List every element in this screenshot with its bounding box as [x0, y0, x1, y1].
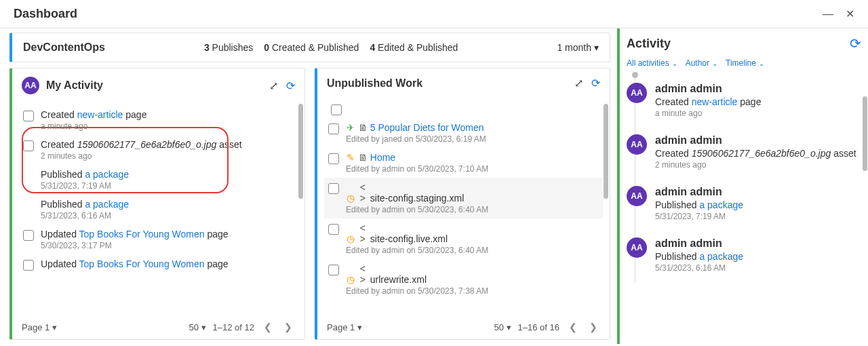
sidebar-title: Activity	[627, 37, 671, 51]
pagination: Page 1 ▾ 50 ▾ 1–12 of 12 ❮ ❯	[12, 315, 304, 339]
page-select[interactable]: Page 1 ▾	[22, 322, 57, 332]
list-item: ✈ 🗎 5 Popular Diets for WomenEdited by j…	[324, 118, 603, 148]
send-icon: ✈	[346, 122, 355, 133]
checkbox[interactable]	[328, 224, 339, 235]
item-link[interactable]: a package	[85, 169, 129, 180]
list-item: Published a package5/31/2023, 7:19 AM	[19, 165, 298, 195]
expand-icon[interactable]: ⤢	[269, 79, 278, 92]
minimize-icon[interactable]: —	[823, 9, 833, 20]
scrollbar[interactable]	[298, 104, 303, 260]
chevron-down-icon: ▾	[594, 42, 599, 53]
checkbox[interactable]	[23, 111, 34, 121]
item-link[interactable]: new-article	[692, 96, 738, 107]
activity-sidebar: Activity ⟳ All activities ⌄Author ⌄Timel…	[617, 28, 868, 344]
activity-item: AAadmin adminCreated new-article pagea m…	[642, 76, 861, 128]
filter-timeline[interactable]: Timeline ⌄	[726, 58, 764, 68]
avatar: AA	[627, 186, 647, 206]
item-link[interactable]: Top Books For Young Women	[79, 258, 205, 269]
checkbox[interactable]	[328, 123, 339, 134]
site-stats: 3 Publishes0 Created & Published4 Edited…	[204, 42, 458, 53]
date-range-picker[interactable]: 1 month ▾	[557, 42, 599, 53]
chevron-down-icon: ⌄	[759, 60, 764, 67]
user-name: admin admin	[655, 134, 856, 147]
checkbox[interactable]	[328, 153, 339, 164]
window-controls: — ✕	[823, 9, 854, 20]
user-name: admin admin	[655, 237, 743, 250]
list-item: Created 15906062177_6e6a2bf6e0_o.jpg ass…	[19, 135, 298, 165]
user-name: admin admin	[655, 186, 743, 198]
item-link[interactable]: a package	[85, 199, 129, 210]
item-link[interactable]: 5 Popular Diets for Women	[370, 122, 484, 133]
avatar: AA	[627, 83, 647, 103]
checkbox[interactable]	[23, 260, 34, 271]
stat: 0 Created & Published	[264, 42, 359, 53]
activity-item: AAadmin adminPublished a package5/31/202…	[642, 231, 861, 282]
checkbox[interactable]	[328, 265, 339, 275]
page-title: Dashboard	[14, 7, 77, 21]
activity-item: AAadmin adminPublished a package5/31/202…	[642, 179, 861, 231]
timestamp: 5/31/2023, 6:16 AM	[655, 263, 743, 273]
filter-author[interactable]: Author ⌄	[686, 58, 717, 68]
item-link[interactable]: a package	[699, 199, 743, 210]
unpublished-panel: Unpublished Work ⤢ ⟳ ✈ 🗎 5 Popular Diets…	[315, 68, 610, 340]
prev-page-icon[interactable]: ❮	[261, 320, 275, 334]
scrollbar[interactable]	[604, 104, 608, 260]
timeline-start-dot	[632, 72, 638, 78]
stat: 3 Publishes	[204, 42, 253, 53]
per-page-select[interactable]: 50 ▾	[494, 322, 511, 332]
avatar: AA	[627, 237, 647, 258]
list-item: ✎ 🗎 HomeEdited by admin on 5/30/2023, 7:…	[324, 148, 603, 178]
activity-filters: All activities ⌄Author ⌄Timeline ⌄	[627, 58, 861, 68]
expand-icon[interactable]: ⤢	[574, 77, 583, 90]
stat: 4 Edited & Published	[370, 42, 458, 53]
list-item: Updated Top Books For Young Women page	[19, 254, 298, 275]
timestamp: a minute ago	[655, 109, 761, 118]
site-summary-card: DevContentOps 3 Publishes0 Created & Pub…	[9, 33, 610, 62]
titlebar: Dashboard — ✕	[0, 0, 868, 28]
list-item: ◷ < > urlrewrite.xmlEdited by admin on 5…	[324, 259, 603, 300]
pencil-icon: ✎	[346, 152, 355, 163]
page-icon: 🗎	[358, 152, 368, 163]
clock-icon: ◷	[346, 233, 355, 244]
clock-icon: ◷	[346, 274, 355, 285]
code-icon: < >	[358, 223, 368, 244]
list-item: Published a package5/31/2023, 6:16 AM	[19, 195, 298, 225]
chevron-down-icon: ⌄	[712, 60, 717, 67]
date-range-label: 1 month	[557, 42, 591, 53]
checkbox[interactable]	[328, 183, 339, 194]
refresh-icon[interactable]: ⟳	[591, 77, 600, 90]
item-link[interactable]: a package	[699, 251, 743, 262]
refresh-icon[interactable]: ⟳	[286, 79, 295, 92]
avatar: AA	[22, 77, 39, 94]
avatar: AA	[627, 134, 647, 155]
filter-all-activities[interactable]: All activities ⌄	[627, 58, 677, 68]
per-page-select[interactable]: 50 ▾	[189, 322, 205, 332]
select-all-checkbox[interactable]	[331, 104, 342, 115]
range-label: 1–12 of 12	[213, 322, 254, 332]
next-page-icon[interactable]: ❯	[281, 320, 295, 334]
activity-item: AAadmin adminCreated 15906062177_6e6a2bf…	[642, 128, 861, 179]
user-name: admin admin	[655, 83, 761, 95]
checkbox[interactable]	[23, 140, 34, 151]
prev-page-icon[interactable]: ❮	[566, 320, 580, 334]
next-page-icon[interactable]: ❯	[587, 320, 600, 334]
range-label: 1–16 of 16	[518, 322, 559, 332]
pagination: Page 1 ▾ 50 ▾ 1–16 of 16 ❮ ❯	[317, 315, 610, 339]
site-name: DevContentOps	[23, 41, 105, 54]
code-icon: < >	[358, 182, 368, 204]
list-item: Created new-article pagea minute ago	[19, 105, 298, 135]
timestamp: 2 minutes ago	[655, 160, 856, 170]
code-icon: < >	[358, 263, 368, 285]
checkbox[interactable]	[23, 230, 34, 241]
refresh-icon[interactable]: ⟳	[850, 35, 861, 52]
list-item: ◷ < > site-config.live.xmlEdited by admi…	[324, 218, 603, 259]
close-icon[interactable]: ✕	[846, 9, 854, 20]
timestamp: 5/31/2023, 7:19 AM	[655, 212, 743, 221]
page-select[interactable]: Page 1 ▾	[327, 322, 362, 332]
panel-title: My Activity	[46, 79, 103, 92]
item-link[interactable]: Home	[370, 152, 395, 163]
scrollbar[interactable]	[863, 96, 867, 300]
item-link[interactable]: Top Books For Young Women	[79, 229, 205, 239]
item-link[interactable]: new-article	[77, 109, 123, 120]
list-item: Updated Top Books For Young Women page5/…	[19, 225, 298, 254]
